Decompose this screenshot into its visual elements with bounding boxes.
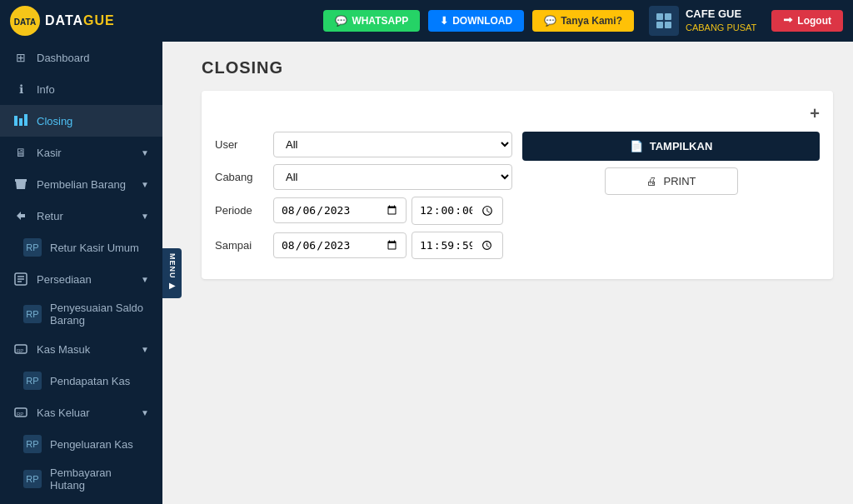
tanya-button[interactable]: 💬 Tanya Kami?	[532, 10, 634, 32]
tampilkan-icon: 📄	[630, 140, 643, 152]
logo-icon: DATA	[10, 6, 40, 36]
main-content: CLOSING + User All Cabang All	[182, 42, 853, 504]
whatsapp-label: WHATSAPP	[352, 15, 408, 27]
pendapatan-kas-icon: RP	[23, 372, 42, 390]
pembelian-icon	[13, 177, 28, 192]
kas-masuk-arrow: ▼	[141, 345, 149, 354]
menu-toggle-arrow: ▶	[167, 281, 177, 290]
svg-text:DATA: DATA	[14, 17, 36, 27]
sampai-time-input[interactable]	[412, 232, 503, 260]
sidebar-item-pengeluaran-kas[interactable]: RP Pengeluaran Kas	[0, 428, 162, 460]
user-row: User All	[215, 132, 512, 157]
svg-text:RP: RP	[17, 348, 23, 353]
svg-rect-2	[656, 13, 663, 20]
retur-arrow: ▼	[141, 212, 149, 221]
retur-kasir-icon: RP	[23, 238, 42, 257]
print-label: PRINT	[664, 175, 696, 187]
pengeluaran-kas-icon: RP	[23, 435, 42, 453]
sidebar-item-pembayaran-hutang[interactable]: RP Pembayaran Hutang	[0, 460, 162, 498]
svg-rect-8	[24, 114, 27, 126]
sidebar: ⊞ Dashboard ℹ Info Closing 🖥 Kasir ▼	[0, 42, 162, 504]
sidebar-label-kas-keluar: Kas Keluar	[37, 407, 90, 419]
cabang-select[interactable]: All	[273, 164, 512, 190]
user-details: CAFE GUE CABANG PUSAT	[686, 7, 756, 33]
menu-toggle-area: MENU ▶	[162, 42, 182, 504]
sidebar-item-pembelian-barang[interactable]: Pembelian Barang ▼	[0, 168, 162, 200]
periode-time-input[interactable]	[412, 197, 503, 225]
sidebar-label-pendapatan-kas: Pendapatan Kas	[50, 375, 130, 387]
card-top-right: +	[215, 104, 820, 123]
periode-label: Periode	[215, 204, 273, 217]
sidebar-label-kasir: Kasir	[37, 147, 62, 159]
sampai-date-input[interactable]	[273, 232, 407, 258]
sidebar-item-kas-keluar[interactable]: RP Kas Keluar ▼	[0, 397, 162, 428]
sidebar-label-retur-kasir: Retur Kasir Umum	[50, 242, 139, 254]
print-icon: 🖨	[646, 175, 657, 187]
sidebar-label-pembayaran-hutang: Pembayaran Hutang	[50, 467, 149, 492]
sampai-label: Sampai	[215, 239, 273, 252]
sidebar-label-closing: Closing	[37, 115, 72, 127]
sidebar-item-pendapatan-kas[interactable]: RP Pendapatan Kas	[0, 365, 162, 397]
closing-icon	[13, 113, 28, 128]
user-label: User	[215, 138, 273, 151]
download-button[interactable]: ⬇ DOWNLOAD	[428, 10, 524, 32]
svg-rect-4	[656, 22, 663, 28]
kas-masuk-icon: RP	[13, 342, 28, 357]
kas-keluar-arrow: ▼	[141, 408, 149, 417]
svg-rect-5	[665, 22, 671, 28]
tanya-label: Tanya Kami?	[561, 15, 622, 27]
svg-text:RP: RP	[17, 412, 23, 417]
persediaan-icon	[13, 272, 28, 287]
plus-button[interactable]: +	[810, 104, 820, 123]
logout-icon: ⮕	[783, 15, 793, 27]
download-icon: ⬇	[440, 15, 448, 27]
retur-icon	[13, 208, 28, 223]
user-name: CAFE GUE	[686, 7, 756, 22]
sidebar-label-dashboard: Dashboard	[37, 52, 90, 64]
sidebar-item-info[interactable]: ℹ Info	[0, 73, 162, 105]
menu-toggle-label: MENU	[168, 253, 177, 279]
kasir-arrow: ▼	[141, 148, 149, 157]
periode-date-input[interactable]	[273, 197, 407, 223]
page-title: CLOSING	[202, 58, 833, 77]
user-info-area: CAFE GUE CABANG PUSAT	[649, 6, 756, 36]
whatsapp-icon: 💬	[335, 15, 347, 27]
user-select[interactable]: All	[273, 132, 512, 157]
periode-row: Periode	[215, 197, 512, 225]
sidebar-item-retur-kasir-umum[interactable]: RP Retur Kasir Umum	[0, 232, 162, 263]
cabang-label: Cabang	[215, 171, 273, 183]
pembelian-arrow: ▼	[141, 180, 149, 189]
sidebar-label-pengeluaran-kas: Pengeluaran Kas	[50, 438, 133, 451]
form-grid: User All Cabang All Periode	[215, 132, 820, 266]
pembayaran-hutang-icon: RP	[23, 470, 42, 488]
closing-card: + User All Cabang All	[202, 91, 833, 279]
sidebar-item-penyesuaian[interactable]: RP Penyesuaian Saldo Barang	[0, 295, 162, 333]
sidebar-item-persediaan[interactable]: Persediaan ▼	[0, 263, 162, 295]
sidebar-item-kas-masuk[interactable]: RP Kas Masuk ▼	[0, 333, 162, 365]
sidebar-label-info: Info	[37, 83, 55, 96]
menu-toggle-button[interactable]: MENU ▶	[162, 248, 182, 298]
sidebar-item-retur[interactable]: Retur ▼	[0, 200, 162, 232]
cabang-row: Cabang All	[215, 164, 512, 190]
user-branch: CABANG PUSAT	[686, 22, 756, 33]
user-avatar	[649, 6, 679, 36]
form-left: User All Cabang All Periode	[215, 132, 512, 266]
sidebar-label-kas-masuk: Kas Masuk	[37, 343, 90, 356]
sidebar-item-closing[interactable]: Closing	[0, 105, 162, 137]
print-button[interactable]: 🖨 PRINT	[605, 167, 738, 195]
tampilkan-button[interactable]: 📄 TAMPILKAN	[522, 132, 820, 161]
sidebar-label-penyesuaian: Penyesuaian Saldo Barang	[50, 302, 149, 327]
dashboard-icon: ⊞	[13, 50, 28, 65]
chat-icon: 💬	[544, 15, 556, 27]
sidebar-item-dashboard[interactable]: ⊞ Dashboard	[0, 42, 162, 73]
sidebar-item-kasir[interactable]: 🖥 Kasir ▼	[0, 137, 162, 168]
kas-keluar-icon: RP	[13, 405, 28, 420]
svg-rect-3	[665, 13, 671, 20]
sidebar-label-persediaan: Persediaan	[37, 273, 92, 286]
form-right: 📄 TAMPILKAN 🖨 PRINT	[522, 132, 820, 266]
logout-button[interactable]: ⮕ Logout	[771, 10, 843, 32]
whatsapp-button[interactable]: 💬 WHATSAPP	[323, 10, 420, 32]
sidebar-label-pembelian: Pembelian Barang	[37, 178, 126, 191]
tampilkan-label: TAMPILKAN	[650, 140, 713, 152]
info-icon: ℹ	[13, 82, 28, 97]
